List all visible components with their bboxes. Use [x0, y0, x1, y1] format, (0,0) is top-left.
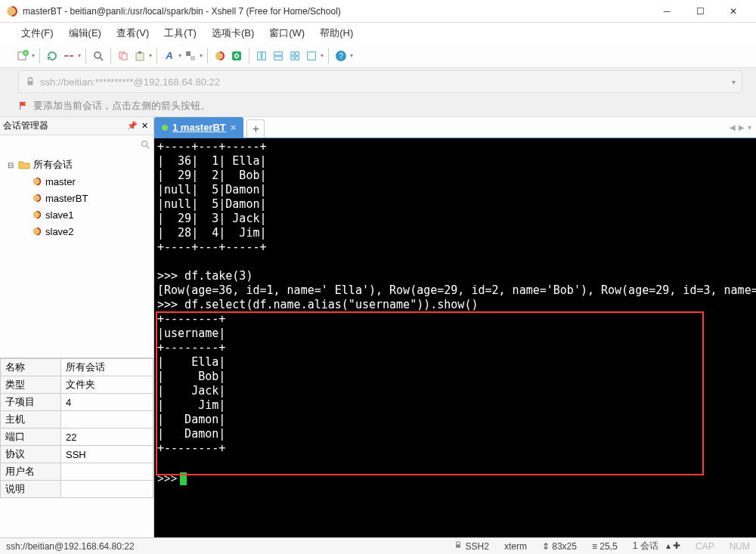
session-icon: [32, 193, 42, 203]
svg-rect-12: [186, 51, 191, 56]
font-icon[interactable]: A: [162, 48, 177, 63]
svg-rect-20: [291, 51, 294, 54]
tile-v-icon[interactable]: [271, 48, 286, 63]
color-icon[interactable]: [183, 48, 198, 63]
tab-strip: 1 masterBT × + ◀ ▶ ▾: [154, 117, 756, 138]
address-bar[interactable]: ssh://beitian:**********@192.168.64.80:2…: [18, 70, 742, 93]
tree-item-slave2[interactable]: slave2: [5, 223, 149, 240]
menu-file[interactable]: 文件(F): [15, 24, 60, 42]
prop-row: 协议SSH: [1, 446, 153, 463]
watermark: CSDN @-北天-: [688, 537, 750, 537]
session-tree: ⊟ 所有会话 master masterBT slave1 slave2: [0, 153, 153, 357]
menu-tools[interactable]: 工具(T): [158, 24, 203, 42]
new-tab-button[interactable]: +: [246, 119, 265, 138]
collapse-icon[interactable]: ⊟: [8, 161, 15, 169]
tree-item-slave1[interactable]: slave1: [5, 206, 149, 223]
svg-point-6: [94, 52, 101, 58]
tile-h-icon[interactable]: [254, 48, 269, 63]
address-dropdown-icon[interactable]: ▾: [732, 78, 736, 86]
prop-value: SSH: [61, 446, 153, 463]
reconnect-icon[interactable]: [45, 48, 60, 63]
svg-rect-22: [291, 56, 294, 59]
xshell-icon[interactable]: [212, 48, 228, 63]
search-icon[interactable]: [140, 139, 150, 150]
prop-key: 协议: [1, 446, 61, 463]
svg-rect-19: [274, 56, 283, 59]
menu-tabs[interactable]: 选项卡(B): [206, 24, 260, 42]
sidebar-close-icon[interactable]: ✕: [138, 120, 150, 132]
status-pos: ≡ 25,5: [592, 541, 618, 552]
menu-help[interactable]: 帮助(H): [314, 24, 359, 42]
help-icon[interactable]: ?: [333, 48, 349, 63]
svg-line-29: [147, 146, 150, 149]
prop-row: 主机: [1, 411, 153, 429]
close-button[interactable]: ✕: [717, 1, 750, 22]
prop-key: 说明: [1, 481, 61, 498]
toolbar: +▾ ▾ ▾ A▾ ▾ ▾ ?▾: [0, 44, 756, 68]
prop-value: [61, 463, 153, 481]
prop-row: 说明: [1, 481, 153, 498]
prop-row: 类型文件夹: [1, 376, 153, 394]
svg-rect-34: [456, 544, 460, 548]
session-icon: [32, 209, 42, 220]
status-num: NUM: [730, 541, 750, 552]
connected-dot-icon: [162, 125, 168, 131]
status-sessions: 1 会话 ▴ ✚: [633, 540, 680, 552]
menu-window[interactable]: 窗口(W): [263, 24, 311, 42]
disconnect-icon[interactable]: [61, 48, 76, 63]
app-icon: [6, 5, 18, 17]
tree-root[interactable]: ⊟ 所有会话: [5, 156, 149, 173]
maximize-button[interactable]: ☐: [683, 1, 717, 22]
window-title: masterBT - beitian@panli:/usr/local/spar…: [23, 6, 650, 17]
lock-icon: [25, 76, 36, 87]
prop-key: 名称: [1, 359, 61, 376]
properties-panel: 名称所有会话类型文件夹子项目4主机端口22协议SSH用户名说明: [0, 357, 153, 498]
svg-rect-17: [262, 51, 265, 60]
prop-value: 4: [61, 394, 153, 411]
tab-prev-icon[interactable]: ◀: [730, 123, 736, 132]
svg-point-28: [142, 141, 147, 147]
copy-icon[interactable]: [116, 48, 131, 63]
terminal[interactable]: +----+---+-----+ | 36| 1| Ella| | 29| 2|…: [154, 138, 756, 537]
prop-value: [61, 481, 153, 498]
sidebar-title: 会话管理器: [3, 119, 126, 132]
prop-value: 22: [61, 429, 153, 446]
address-text: ssh://beitian:**********@192.168.64.80:2…: [40, 76, 732, 88]
terminal-output-top: +----+---+-----+ | 36| 1| Ella| | 29| 2|…: [157, 140, 753, 298]
pin-icon[interactable]: 📌: [126, 120, 138, 132]
menu-edit[interactable]: 编辑(E): [63, 24, 107, 42]
status-connection: ssh://beitian@192.168.64.80:22: [6, 541, 135, 552]
session-icon: [32, 226, 42, 237]
svg-rect-10: [136, 53, 144, 60]
xftp-icon[interactable]: [229, 48, 244, 63]
tree-item-master[interactable]: master: [5, 173, 149, 190]
minimize-button[interactable]: ─: [650, 1, 683, 22]
prop-key: 类型: [1, 376, 61, 394]
tab-masterbt[interactable]: 1 masterBT ×: [154, 117, 243, 138]
svg-rect-4: [64, 55, 68, 57]
menu-bar: 文件(F) 编辑(E) 查看(V) 工具(T) 选项卡(B) 窗口(W) 帮助(…: [0, 23, 756, 44]
tab-menu-icon[interactable]: ▾: [748, 123, 751, 132]
svg-rect-24: [308, 51, 316, 60]
svg-rect-16: [258, 51, 261, 60]
svg-rect-15: [232, 51, 241, 60]
find-icon[interactable]: [91, 48, 106, 63]
tab-label: 1 masterBT: [172, 122, 226, 133]
prop-row: 端口22: [1, 429, 153, 446]
status-cap: CAP: [696, 541, 714, 552]
terminal-output-highlighted: >>> df.select(df.name.alias("username"))…: [157, 298, 753, 456]
new-session-icon[interactable]: +: [15, 48, 30, 63]
hint-text: 要添加当前会话，点击左侧的箭头按钮。: [33, 99, 210, 113]
tree-item-masterbt[interactable]: masterBT: [5, 190, 149, 206]
tile-grid-icon[interactable]: [287, 48, 302, 63]
paste-icon[interactable]: [132, 48, 147, 63]
menu-view[interactable]: 查看(V): [110, 24, 155, 42]
maximize-view-icon[interactable]: [304, 48, 319, 63]
status-bar: ssh://beitian@192.168.64.80:22 SSH2 xter…: [0, 537, 756, 554]
svg-rect-11: [138, 51, 141, 54]
cursor: [180, 472, 187, 485]
prop-key: 端口: [1, 429, 61, 446]
terminal-prompt: >>>: [157, 456, 753, 486]
tab-close-icon[interactable]: ×: [231, 122, 237, 133]
tab-next-icon[interactable]: ▶: [739, 123, 745, 132]
